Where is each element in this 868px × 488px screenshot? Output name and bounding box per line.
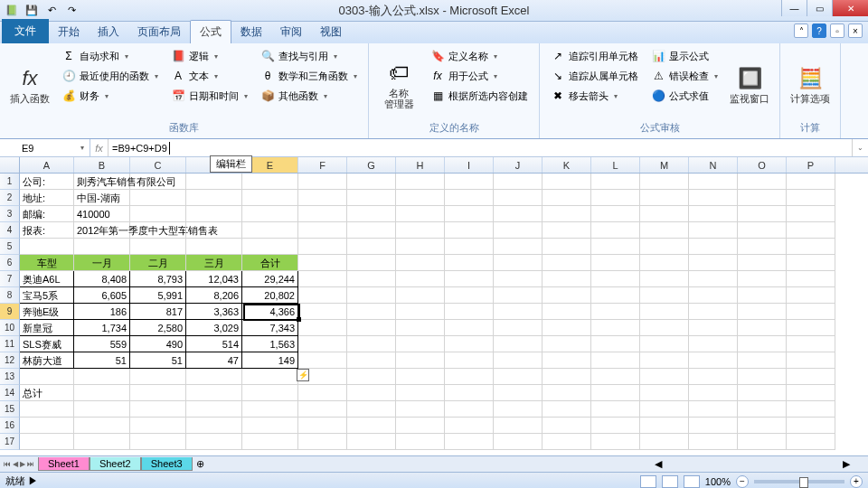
- cell[interactable]: [347, 304, 396, 320]
- cell[interactable]: [396, 174, 445, 190]
- cell[interactable]: [787, 287, 835, 304]
- cell[interactable]: [74, 418, 130, 434]
- cell[interactable]: [298, 401, 347, 418]
- cell[interactable]: [20, 401, 74, 418]
- cell[interactable]: [130, 401, 186, 418]
- zoom-slider[interactable]: [754, 480, 844, 483]
- cell[interactable]: [542, 336, 591, 352]
- cell[interactable]: [20, 369, 74, 385]
- cell[interactable]: [494, 287, 542, 304]
- minimize-ribbon-icon[interactable]: ˄: [794, 23, 808, 38]
- cell[interactable]: 410000: [74, 206, 130, 222]
- cell[interactable]: [738, 190, 787, 206]
- cell[interactable]: 186: [74, 304, 130, 320]
- cell[interactable]: [738, 304, 787, 320]
- tab-formulas[interactable]: 公式: [190, 20, 231, 43]
- cell[interactable]: [298, 352, 347, 369]
- cell[interactable]: [738, 174, 787, 190]
- cell[interactable]: [20, 239, 74, 255]
- cell[interactable]: [347, 222, 396, 239]
- spreadsheet-grid[interactable]: ABCDEFGHIJKLMNOP 1公司:则秀汽车销售有限公司2地址:中国-湖南…: [0, 157, 868, 455]
- cell[interactable]: [445, 287, 494, 304]
- cell[interactable]: [494, 239, 542, 255]
- cell[interactable]: [689, 385, 738, 401]
- cell[interactable]: [242, 418, 298, 434]
- cell[interactable]: [347, 287, 396, 304]
- new-sheet-icon[interactable]: ⊕: [193, 458, 208, 470]
- cell[interactable]: [445, 255, 494, 271]
- cell[interactable]: [738, 401, 787, 418]
- cell[interactable]: [591, 190, 640, 206]
- cell[interactable]: 林荫大道: [20, 352, 74, 369]
- cell[interactable]: [347, 336, 396, 352]
- cell[interactable]: [542, 369, 591, 385]
- use-in-formula-button[interactable]: fx用于公式▾: [427, 67, 532, 85]
- cell[interactable]: [494, 174, 542, 190]
- cell[interactable]: 1,563: [242, 336, 298, 352]
- cell[interactable]: 合计: [242, 255, 298, 271]
- cell[interactable]: [494, 336, 542, 352]
- maximize-button[interactable]: ▭: [807, 0, 832, 16]
- cell[interactable]: [738, 222, 787, 239]
- cell[interactable]: [640, 385, 689, 401]
- cell[interactable]: [542, 255, 591, 271]
- cell[interactable]: [494, 255, 542, 271]
- cell[interactable]: 奥迪A6L: [20, 271, 74, 287]
- cell[interactable]: [396, 222, 445, 239]
- cell[interactable]: [347, 174, 396, 190]
- cell[interactable]: [298, 287, 347, 304]
- cell[interactable]: [347, 385, 396, 401]
- row-header-1[interactable]: 1: [0, 174, 20, 190]
- cell[interactable]: [591, 287, 640, 304]
- cell[interactable]: [689, 401, 738, 418]
- cell[interactable]: [396, 190, 445, 206]
- cell[interactable]: 二月: [130, 255, 186, 271]
- cell[interactable]: [542, 320, 591, 336]
- cell[interactable]: [689, 369, 738, 385]
- cell[interactable]: [738, 418, 787, 434]
- column-header-N[interactable]: N: [689, 157, 738, 173]
- column-header-J[interactable]: J: [494, 157, 542, 173]
- cell[interactable]: [542, 206, 591, 222]
- row-header-17[interactable]: 17: [0, 434, 20, 450]
- row-header-2[interactable]: 2: [0, 190, 20, 206]
- cell[interactable]: 8,206: [186, 287, 242, 304]
- cell[interactable]: [74, 369, 130, 385]
- cell[interactable]: [74, 239, 130, 255]
- column-header-B[interactable]: B: [74, 157, 130, 173]
- cell[interactable]: [738, 206, 787, 222]
- recent-functions-button[interactable]: 🕘最近使用的函数▾: [58, 67, 162, 85]
- cell[interactable]: 3,029: [186, 320, 242, 336]
- cell[interactable]: [738, 239, 787, 255]
- row-header-13[interactable]: 13: [0, 369, 20, 385]
- cell[interactable]: [347, 206, 396, 222]
- macro-record-icon[interactable]: ▶: [28, 475, 38, 486]
- cell[interactable]: 地址:: [20, 190, 74, 206]
- cell[interactable]: [445, 271, 494, 287]
- cell[interactable]: [396, 206, 445, 222]
- cell[interactable]: [591, 418, 640, 434]
- cell[interactable]: 817: [130, 304, 186, 320]
- cell[interactable]: [298, 206, 347, 222]
- zoom-level[interactable]: 100%: [705, 476, 731, 487]
- cell[interactable]: [542, 190, 591, 206]
- trace-dependents-button[interactable]: ↘追踪从属单元格: [547, 67, 642, 85]
- cell[interactable]: 12,043: [186, 271, 242, 287]
- cell[interactable]: 奔驰E级: [20, 304, 74, 320]
- cell[interactable]: [494, 320, 542, 336]
- cell[interactable]: [396, 418, 445, 434]
- cell[interactable]: [787, 401, 835, 418]
- window-restore-icon[interactable]: ▫: [830, 23, 844, 38]
- cell[interactable]: [591, 174, 640, 190]
- column-header-I[interactable]: I: [445, 157, 494, 173]
- redo-icon[interactable]: ↷: [63, 3, 80, 19]
- cell[interactable]: [445, 222, 494, 239]
- column-header-P[interactable]: P: [787, 157, 835, 173]
- column-header-K[interactable]: K: [542, 157, 591, 173]
- cell[interactable]: 149: [242, 352, 298, 369]
- row-header-7[interactable]: 7: [0, 271, 20, 287]
- sheet-last-icon[interactable]: ⏭: [27, 460, 34, 468]
- normal-view-button[interactable]: [640, 475, 656, 488]
- cell[interactable]: [130, 418, 186, 434]
- column-header-M[interactable]: M: [640, 157, 689, 173]
